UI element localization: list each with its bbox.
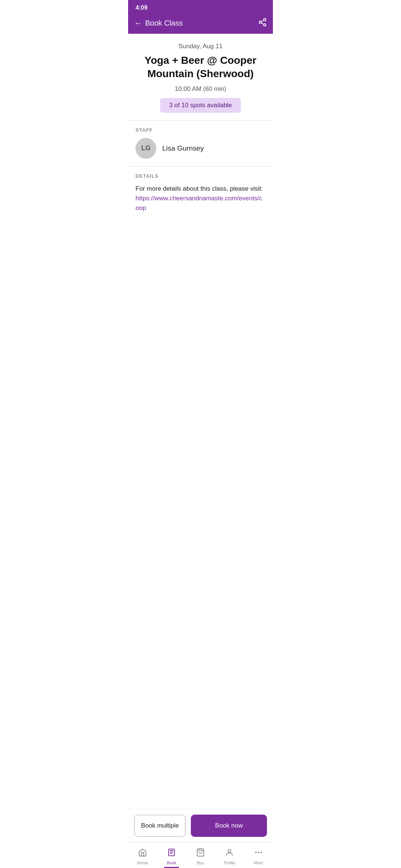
header-title: Book Class bbox=[145, 19, 183, 27]
staff-name: Lisa Gurnsey bbox=[162, 144, 204, 152]
header: ← Book Class bbox=[128, 14, 273, 34]
svg-point-0 bbox=[264, 19, 266, 21]
status-time: 4:09 bbox=[136, 4, 147, 11]
staff-avatar: LG bbox=[136, 138, 156, 159]
svg-point-1 bbox=[259, 21, 261, 23]
details-label: DETAILS bbox=[136, 173, 265, 179]
staff-initials: LG bbox=[141, 144, 151, 152]
class-title: Yoga + Beer @ Cooper Mountain (Sherwood) bbox=[136, 54, 265, 81]
spots-badge: 3 of 10 spots available bbox=[160, 98, 241, 113]
status-bar: 4:09 bbox=[128, 0, 273, 14]
class-info-section: Sunday, Aug 11 Yoga + Beer @ Cooper Moun… bbox=[128, 34, 273, 120]
staff-item: LG Lisa Gurnsey bbox=[136, 138, 265, 162]
header-left: ← Book Class bbox=[134, 19, 183, 28]
class-time: 10:00 AM (60 min) bbox=[136, 85, 265, 93]
main-content: Sunday, Aug 11 Yoga + Beer @ Cooper Moun… bbox=[128, 34, 273, 280]
svg-line-3 bbox=[261, 23, 264, 24]
staff-section: STAFF LG Lisa Gurnsey bbox=[128, 121, 273, 166]
share-button[interactable] bbox=[258, 18, 267, 29]
details-section: DETAILS For more details about this clas… bbox=[128, 167, 273, 221]
details-body-text: For more details about this class, pleas… bbox=[136, 185, 263, 192]
back-button[interactable]: ← bbox=[134, 19, 142, 28]
details-text: For more details about this class, pleas… bbox=[136, 184, 265, 213]
svg-line-4 bbox=[261, 20, 264, 22]
class-date: Sunday, Aug 11 bbox=[136, 43, 265, 50]
bottom-spacer bbox=[128, 221, 273, 280]
staff-label: STAFF bbox=[136, 127, 265, 133]
svg-point-2 bbox=[264, 24, 266, 26]
details-link[interactable]: https://www.cheersandnamaste.com/events/… bbox=[136, 195, 262, 211]
